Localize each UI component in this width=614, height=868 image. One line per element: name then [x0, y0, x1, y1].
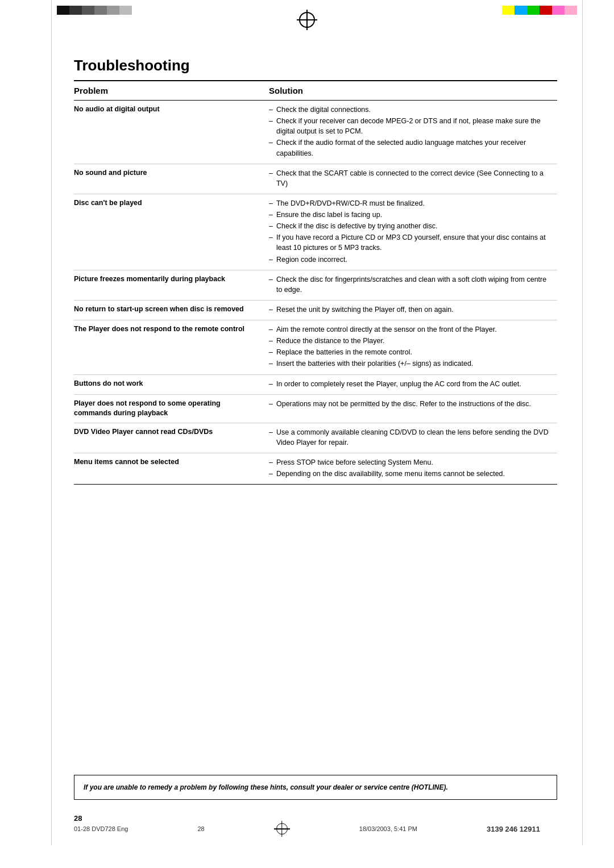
- solution-item: –Region code incorrect.: [269, 254, 551, 265]
- solution-item: –Aim the remote control directly at the …: [269, 324, 551, 335]
- solution-item: –Reduce the distance to the Player.: [269, 336, 551, 346]
- solution-dash: –: [269, 457, 273, 468]
- solution-cell: –Operations may not be permitted by the …: [258, 394, 557, 423]
- footer-center: 28: [197, 825, 204, 832]
- solution-text: In order to completely reset the Player,…: [276, 379, 521, 389]
- solution-cell: –Check that the SCART cable is connected…: [258, 164, 557, 194]
- solution-text: Check if your receiver can decode MPEG-2…: [276, 116, 551, 136]
- solution-dash: –: [269, 198, 273, 208]
- solution-dash: –: [269, 304, 273, 315]
- solution-item: –Check if the audio format of the select…: [269, 137, 551, 158]
- solution-text: Replace the batteries in the remote cont…: [276, 347, 412, 357]
- solution-item: –If you have record a Picture CD or MP3 …: [269, 232, 551, 253]
- right-color-strip: [502, 6, 577, 15]
- problem-cell: No return to start-up screen when disc i…: [74, 300, 258, 320]
- problem-cell: DVD Video Player cannot read CDs/DVDs: [74, 423, 258, 453]
- solution-text: Use a commonly available cleaning CD/DVD…: [276, 427, 551, 448]
- solution-item: –Press STOP twice before selecting Syste…: [269, 457, 551, 468]
- left-color-strip: [57, 6, 132, 15]
- solution-cell: –In order to completely reset the Player…: [258, 374, 557, 394]
- solution-item: –Replace the batteries in the remote con…: [269, 347, 551, 357]
- solution-item: –Insert the batteries with their polarit…: [269, 358, 551, 369]
- table-row: DVD Video Player cannot read CDs/DVDs–Us…: [74, 423, 557, 453]
- solution-cell: –Use a commonly available cleaning CD/DV…: [258, 423, 557, 453]
- footer-left: 01-28 DVD728 Eng: [74, 825, 128, 832]
- solution-text: Insert the batteries with their polariti…: [276, 358, 473, 369]
- solution-text: Region code incorrect.: [276, 254, 347, 265]
- col-header-problem: Problem: [74, 81, 258, 101]
- solution-dash: –: [269, 469, 273, 479]
- solution-item: –Check the digital connections.: [269, 105, 551, 115]
- solution-dash: –: [269, 116, 273, 126]
- solution-item: –Use a commonly available cleaning CD/DV…: [269, 427, 551, 448]
- problem-cell: The Player does not respond to the remot…: [74, 320, 258, 375]
- problem-cell: Picture freezes momentarily during playb…: [74, 270, 258, 300]
- solution-text: Check the disc for fingerprints/scratche…: [276, 274, 551, 295]
- problem-cell: No sound and picture: [74, 164, 258, 194]
- problem-cell: Player does not respond to some operatin…: [74, 394, 258, 423]
- table-row: No audio at digital output–Check the dig…: [74, 101, 557, 164]
- footer-far-right: 3139 246 12911: [487, 825, 540, 833]
- solution-dash: –: [269, 137, 273, 148]
- solution-item: –Check that the SCART cable is connected…: [269, 168, 551, 189]
- page-content: Troubleshooting Problem Solution No audi…: [0, 45, 614, 530]
- footer-right: 18/03/2003, 5:41 PM: [359, 825, 417, 832]
- solution-dash: –: [269, 336, 273, 346]
- solution-dash: –: [269, 324, 273, 335]
- solution-dash: –: [269, 105, 273, 115]
- problem-cell: No audio at digital output: [74, 101, 258, 164]
- page-title: Troubleshooting: [74, 57, 557, 74]
- footer-crosshair: [274, 821, 290, 837]
- solution-dash: –: [269, 254, 273, 265]
- solution-item: –Check if your receiver can decode MPEG-…: [269, 116, 551, 136]
- solution-text: Check if the disc is defective by trying…: [276, 221, 437, 231]
- solution-item: –In order to completely reset the Player…: [269, 379, 551, 389]
- problem-cell: Disc can't be played: [74, 194, 258, 270]
- problem-cell: Menu items cannot be selected: [74, 453, 258, 484]
- solution-text: Reset the unit by switching the Player o…: [276, 304, 454, 315]
- troubleshoot-table: Problem Solution No audio at digital out…: [74, 81, 557, 485]
- solution-dash: –: [269, 210, 273, 220]
- solution-text: Reduce the distance to the Player.: [276, 336, 384, 346]
- col-header-solution: Solution: [258, 81, 557, 101]
- solution-text: Check that the SCART cable is connected …: [276, 168, 551, 189]
- solution-item: –Depending on the disc availability, som…: [269, 469, 551, 479]
- table-row: Buttons do not work–In order to complete…: [74, 374, 557, 394]
- solution-cell: –Check the disc for fingerprints/scratch…: [258, 270, 557, 300]
- body-right-margin: [582, 40, 583, 845]
- solution-text: Depending on the disc availability, some…: [276, 469, 505, 479]
- solution-dash: –: [269, 221, 273, 231]
- bottom-note-box: If you are unable to remedy a problem by…: [74, 775, 557, 800]
- table-row: No sound and picture–Check that the SCAR…: [74, 164, 557, 194]
- solution-text: Aim the remote control directly at the s…: [276, 324, 497, 335]
- solution-cell: –Reset the unit by switching the Player …: [258, 300, 557, 320]
- solution-dash: –: [269, 232, 273, 243]
- solution-item: –Check the disc for fingerprints/scratch…: [269, 274, 551, 295]
- table-row: Player does not respond to some operatin…: [74, 394, 557, 423]
- solution-text: Check if the audio format of the selecte…: [276, 137, 551, 158]
- left-margin-line: [51, 0, 52, 40]
- solution-text: The DVD+R/DVD+RW/CD-R must be finalized.: [276, 198, 425, 208]
- table-row: Menu items cannot be selected–Press STOP…: [74, 453, 557, 484]
- solution-cell: –Press STOP twice before selecting Syste…: [258, 453, 557, 484]
- table-row: The Player does not respond to the remot…: [74, 320, 557, 375]
- solution-dash: –: [269, 168, 273, 178]
- solution-item: –Operations may not be permitted by the …: [269, 399, 551, 409]
- solution-dash: –: [269, 399, 273, 409]
- solution-item: –Ensure the disc label is facing up.: [269, 210, 551, 220]
- solution-dash: –: [269, 358, 273, 369]
- solution-text: If you have record a Picture CD or MP3 C…: [276, 232, 551, 253]
- solution-item: –The DVD+R/DVD+RW/CD-R must be finalized…: [269, 198, 551, 208]
- body-left-margin: [51, 40, 52, 845]
- solution-text: Ensure the disc label is facing up.: [276, 210, 382, 220]
- solution-cell: –Check the digital connections.–Check if…: [258, 101, 557, 164]
- solution-dash: –: [269, 379, 273, 389]
- footer-bar: 01-28 DVD728 Eng 28 18/03/2003, 5:41 PM …: [0, 821, 614, 837]
- solution-dash: –: [269, 274, 273, 285]
- solution-dash: –: [269, 427, 273, 437]
- table-row: No return to start-up screen when disc i…: [74, 300, 557, 320]
- problem-cell: Buttons do not work: [74, 374, 258, 394]
- solution-text: Press STOP twice before selecting System…: [276, 457, 433, 468]
- bottom-note-strong: If you are unable to remedy a problem by…: [84, 783, 448, 791]
- table-row: Picture freezes momentarily during playb…: [74, 270, 557, 300]
